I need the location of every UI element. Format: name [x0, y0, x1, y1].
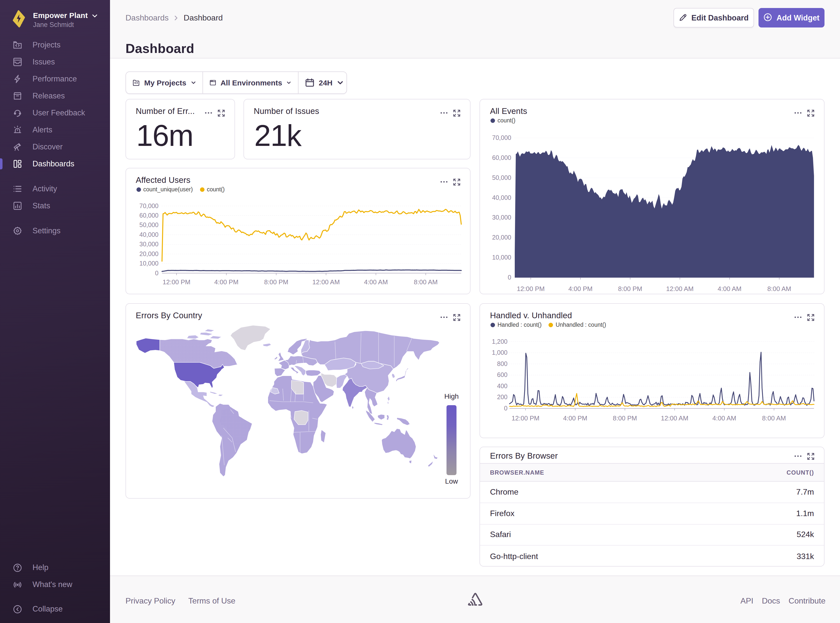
svg-text:12:00 AM: 12:00 AM: [312, 278, 340, 285]
svg-text:12:00 PM: 12:00 PM: [517, 285, 545, 293]
svg-text:1,200: 1,200: [492, 338, 508, 345]
svg-text:8:00 AM: 8:00 AM: [767, 285, 791, 293]
svg-text:400: 400: [497, 382, 508, 390]
svg-text:12:00 AM: 12:00 AM: [666, 285, 694, 293]
svg-text:70,000: 70,000: [492, 134, 511, 141]
svg-text:50,000: 50,000: [492, 174, 511, 181]
svg-text:12:00 PM: 12:00 PM: [162, 278, 190, 285]
svg-text:4:00 PM: 4:00 PM: [568, 285, 592, 293]
svg-text:0: 0: [155, 269, 158, 276]
svg-text:4:00 AM: 4:00 AM: [712, 414, 736, 422]
svg-text:8:00 PM: 8:00 PM: [613, 414, 637, 422]
svg-text:0: 0: [504, 405, 508, 412]
svg-text:12:00 PM: 12:00 PM: [511, 414, 539, 422]
svg-text:4:00 PM: 4:00 PM: [214, 278, 238, 285]
svg-text:60,000: 60,000: [139, 212, 158, 219]
svg-text:50,000: 50,000: [139, 221, 158, 228]
svg-text:4:00 AM: 4:00 AM: [364, 278, 388, 285]
svg-text:70,000: 70,000: [139, 202, 158, 209]
svg-text:600: 600: [497, 371, 508, 378]
svg-text:8:00 PM: 8:00 PM: [264, 278, 288, 285]
svg-text:8:00 AM: 8:00 AM: [414, 278, 437, 285]
svg-text:1,000: 1,000: [492, 349, 508, 356]
svg-text:20,000: 20,000: [492, 234, 511, 241]
svg-text:4:00 PM: 4:00 PM: [563, 414, 587, 422]
svg-text:30,000: 30,000: [492, 214, 511, 221]
svg-text:200: 200: [497, 393, 508, 400]
svg-text:0: 0: [508, 274, 511, 281]
svg-text:800: 800: [497, 360, 508, 367]
svg-text:30,000: 30,000: [139, 241, 158, 247]
svg-text:10,000: 10,000: [492, 254, 511, 261]
svg-text:4:00 AM: 4:00 AM: [717, 285, 741, 293]
svg-text:40,000: 40,000: [139, 231, 158, 238]
svg-text:8:00 PM: 8:00 PM: [618, 285, 642, 293]
svg-text:8:00 AM: 8:00 AM: [762, 414, 786, 422]
svg-text:40,000: 40,000: [492, 194, 511, 201]
svg-text:10,000: 10,000: [139, 260, 158, 267]
svg-text:20,000: 20,000: [139, 250, 158, 257]
svg-text:60,000: 60,000: [492, 154, 511, 161]
svg-text:12:00 AM: 12:00 AM: [661, 414, 688, 422]
